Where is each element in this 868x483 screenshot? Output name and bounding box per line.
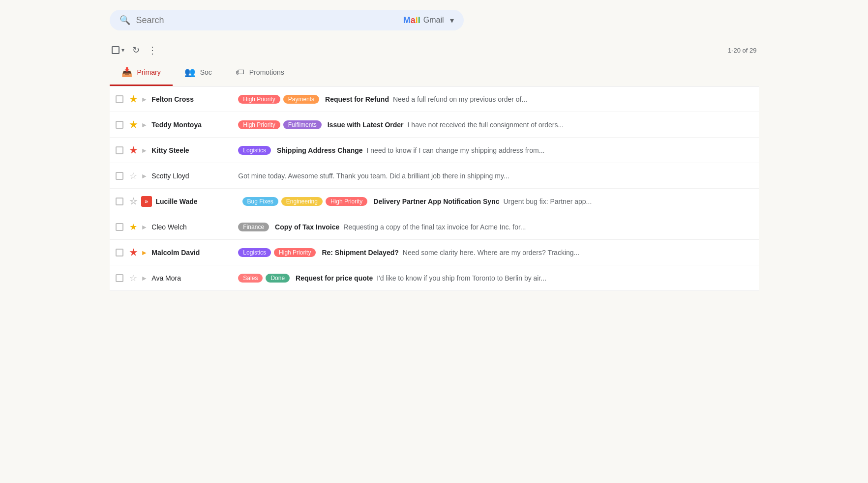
email-sender: Ava Mora bbox=[151, 274, 230, 282]
email-tags: LogisticsHigh Priority bbox=[238, 248, 316, 257]
email-checkbox[interactable] bbox=[116, 223, 123, 231]
select-all-checkbox[interactable]: ▾ bbox=[112, 46, 124, 54]
email-tag[interactable]: High Priority bbox=[326, 197, 367, 206]
email-preview: Need some clarity here. Where are my ord… bbox=[403, 249, 753, 256]
tab-promotions-label: Promotions bbox=[249, 68, 284, 76]
page-count: 1-20 of 29 bbox=[728, 47, 757, 54]
email-subject: Shipping Address Change bbox=[277, 146, 363, 154]
email-tag[interactable]: High Priority bbox=[238, 120, 280, 129]
refresh-icon[interactable]: ↻ bbox=[132, 45, 140, 56]
star-icon[interactable]: ☆ bbox=[129, 196, 137, 207]
email-list: ★►Felton CrossHigh PriorityPaymentsReque… bbox=[110, 86, 759, 291]
search-bar[interactable]: 🔍 Mail Gmail ▾ bbox=[110, 10, 464, 30]
important-icon[interactable]: ► bbox=[141, 146, 148, 154]
email-checkbox[interactable] bbox=[116, 172, 123, 180]
email-tag[interactable]: Done bbox=[266, 274, 290, 283]
tab-social-label: Soc bbox=[200, 68, 212, 76]
important-icon[interactable]: » bbox=[141, 196, 152, 207]
email-row[interactable]: ★►Malcolm DavidLogisticsHigh PriorityRe:… bbox=[110, 240, 759, 265]
email-content: Shipping Address ChangeI need to know if… bbox=[277, 146, 752, 154]
email-sender: Cleo Welch bbox=[151, 223, 230, 231]
email-sender: Malcolm David bbox=[151, 249, 230, 256]
tab-primary-label: Primary bbox=[137, 68, 161, 76]
email-preview: I have not received the full consignment… bbox=[408, 121, 753, 129]
important-icon[interactable]: ► bbox=[141, 274, 148, 282]
tab-primary[interactable]: 📥 Primary bbox=[110, 60, 173, 86]
email-checkbox[interactable] bbox=[116, 95, 123, 103]
email-tags: Finance bbox=[238, 223, 269, 231]
star-icon[interactable]: ★ bbox=[129, 94, 137, 105]
email-tags: SalesDone bbox=[238, 274, 290, 283]
promotions-tab-icon: 🏷 bbox=[236, 67, 244, 78]
tabs: 📥 Primary 👥 Soc 🏷 Promotions bbox=[110, 60, 759, 86]
email-subject: Delivery Partner App Notification Sync bbox=[373, 198, 499, 205]
email-sender: Kitty Steele bbox=[151, 146, 230, 154]
important-icon[interactable]: ► bbox=[141, 249, 148, 256]
email-tag[interactable]: High Priority bbox=[238, 95, 280, 104]
email-content: Got mine today. Awesome stuff. Thank you… bbox=[238, 172, 752, 180]
select-chevron-icon[interactable]: ▾ bbox=[121, 47, 124, 54]
select-all-box[interactable] bbox=[112, 46, 120, 54]
email-tag[interactable]: Engineering bbox=[281, 197, 323, 206]
tab-social[interactable]: 👥 Soc bbox=[173, 60, 224, 86]
email-tags: High PriorityFulfilments bbox=[238, 120, 321, 129]
star-icon[interactable]: ☆ bbox=[129, 170, 137, 181]
email-tag[interactable]: Finance bbox=[238, 223, 269, 231]
email-tag[interactable]: Logistics bbox=[238, 248, 271, 257]
email-content: Request for price quoteI'd like to know … bbox=[296, 274, 752, 282]
email-tags: Logistics bbox=[238, 146, 271, 155]
email-row[interactable]: ★►Teddy MontoyaHigh PriorityFulfilmentsI… bbox=[110, 112, 759, 138]
more-options-icon[interactable]: ⋮ bbox=[148, 44, 158, 56]
email-preview: Requesting a copy of the final tax invoi… bbox=[343, 223, 752, 231]
search-input[interactable] bbox=[136, 15, 393, 26]
email-row[interactable]: ☆►Scotty LloydGot mine today. Awesome st… bbox=[110, 163, 759, 189]
email-preview: I'd like to know if you ship from Toront… bbox=[377, 274, 752, 282]
star-icon[interactable]: ★ bbox=[129, 119, 137, 130]
email-row[interactable]: ☆►Ava MoraSalesDoneRequest for price quo… bbox=[110, 265, 759, 291]
email-content: Issue with Latest OrderI have not receiv… bbox=[328, 121, 753, 129]
important-icon[interactable]: ► bbox=[141, 223, 148, 231]
search-dropdown-icon[interactable]: ▾ bbox=[450, 16, 454, 25]
email-tags: Bug FixesEngineeringHigh Priority bbox=[242, 197, 368, 206]
email-checkbox[interactable] bbox=[116, 249, 123, 256]
star-icon[interactable]: ★ bbox=[129, 145, 137, 156]
email-tag[interactable]: Logistics bbox=[238, 146, 271, 155]
email-sender: Felton Cross bbox=[151, 95, 230, 103]
email-row[interactable]: ☆»Lucille WadeBug FixesEngineeringHigh P… bbox=[110, 189, 759, 214]
important-icon[interactable]: ► bbox=[141, 95, 148, 103]
gmail-m-icon: Mail bbox=[403, 15, 420, 26]
email-content: Delivery Partner App Notification SyncUr… bbox=[373, 198, 752, 205]
email-row[interactable]: ★►Felton CrossHigh PriorityPaymentsReque… bbox=[110, 86, 759, 112]
important-icon[interactable]: ► bbox=[141, 121, 148, 129]
email-preview: Need a full refund on my previous order … bbox=[393, 95, 753, 103]
tab-promotions[interactable]: 🏷 Promotions bbox=[224, 60, 296, 86]
email-checkbox[interactable] bbox=[116, 198, 123, 205]
star-icon[interactable]: ★ bbox=[129, 222, 137, 232]
email-checkbox[interactable] bbox=[116, 274, 123, 282]
email-row[interactable]: ★►Kitty SteeleLogisticsShipping Address … bbox=[110, 138, 759, 163]
social-tab-icon: 👥 bbox=[184, 67, 195, 78]
email-checkbox[interactable] bbox=[116, 146, 123, 154]
email-tag[interactable]: Fulfilments bbox=[283, 120, 322, 129]
email-tags: High PriorityPayments bbox=[238, 95, 319, 104]
email-content: Request for RefundNeed a full refund on … bbox=[325, 95, 752, 103]
email-subject: Issue with Latest Order bbox=[328, 121, 404, 129]
email-checkbox[interactable] bbox=[116, 121, 123, 129]
email-tag[interactable]: Payments bbox=[283, 95, 319, 104]
email-tag[interactable]: Sales bbox=[238, 274, 263, 283]
email-preview: Got mine today. Awesome stuff. Thank you… bbox=[238, 172, 752, 180]
email-subject: Copy of Tax Invoice bbox=[275, 223, 339, 231]
email-preview: Urgent bug fix: Partner app... bbox=[504, 198, 753, 205]
star-icon[interactable]: ★ bbox=[129, 247, 137, 258]
email-content: Copy of Tax InvoiceRequesting a copy of … bbox=[275, 223, 752, 231]
email-content: Re: Shipment Delayed?Need some clarity h… bbox=[322, 249, 752, 256]
email-row[interactable]: ★►Cleo WelchFinanceCopy of Tax InvoiceRe… bbox=[110, 214, 759, 240]
email-tag[interactable]: Bug Fixes bbox=[242, 197, 278, 206]
email-sender: Scotty Lloyd bbox=[151, 172, 230, 180]
email-subject: Re: Shipment Delayed? bbox=[322, 249, 398, 256]
important-icon[interactable]: ► bbox=[141, 172, 148, 180]
star-icon[interactable]: ☆ bbox=[129, 273, 137, 284]
toolbar-left: ▾ ↻ ⋮ bbox=[112, 44, 158, 56]
email-tag[interactable]: High Priority bbox=[274, 248, 316, 257]
gmail-label: Gmail bbox=[423, 16, 444, 25]
